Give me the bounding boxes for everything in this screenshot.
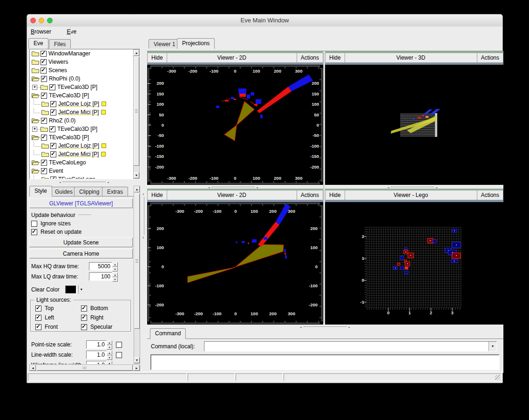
tree-checkbox[interactable] (50, 109, 56, 115)
actions-button[interactable]: Actions (477, 190, 503, 200)
light-front-checkbox[interactable] (35, 324, 41, 330)
point-size-spinner[interactable]: 1.0 ▲▼ (86, 340, 112, 349)
ignore-sizes-checkbox[interactable] (31, 221, 37, 227)
tree-item[interactable]: Scenes (30, 66, 133, 75)
max-lq-spinner[interactable]: 100 ▲▼ (89, 272, 118, 281)
scrollbar-thumb[interactable] (134, 194, 140, 329)
actions-button[interactable]: Actions (477, 53, 503, 62)
light-specular-checkbox[interactable] (81, 324, 87, 330)
cone-color-swatch[interactable] (102, 102, 106, 106)
scroll-left-icon[interactable]: ◄ (30, 365, 36, 371)
tree-scrollbar[interactable]: ▲ ▼ (133, 49, 140, 179)
scroll-up-icon[interactable]: ▲ (134, 186, 140, 192)
tree-item[interactable]: WindowManager (30, 49, 133, 58)
hide-button[interactable]: Hide (326, 190, 345, 200)
point-size-checkbox[interactable] (116, 342, 122, 348)
tree-item[interactable]: +TEveCalo3D [P] (30, 83, 133, 91)
tab-clipping[interactable]: Clipping (74, 187, 104, 196)
wireframe-spinner[interactable]: 1.0 ▲▼ (86, 361, 112, 364)
gl-canvas-2d[interactable]: -300-300-200-200-100-1000010010020020030… (147, 202, 323, 325)
menu-browser[interactable]: Browser (27, 27, 55, 38)
update-scene-button[interactable]: Update Scene (29, 237, 133, 247)
light-bottom-checkbox[interactable] (81, 305, 87, 312)
color-dropdown-icon[interactable]: ▼ (78, 285, 84, 294)
tab-style[interactable]: Style (29, 186, 52, 196)
tree-item[interactable]: Event (30, 167, 133, 175)
gl-canvas-2d[interactable]: -300-300-200-200-100-1000010010020020030… (147, 65, 323, 185)
command-value[interactable] (204, 342, 488, 351)
light-top-checkbox[interactable] (35, 305, 41, 312)
command-splitter-handle[interactable]: ⌄⌄ (299, 325, 351, 329)
tree-item[interactable]: JetCone Lojz [P] (30, 100, 133, 108)
tree-checkbox[interactable] (41, 168, 47, 174)
line-width-checkbox[interactable] (116, 352, 122, 358)
light-left-checkbox[interactable] (35, 315, 41, 321)
tree-checkbox[interactable] (41, 59, 47, 65)
tree-item[interactable]: RhoPhi (0.0) (30, 75, 133, 83)
tree-checkbox[interactable] (41, 118, 47, 124)
scroll-right-icon[interactable]: ► (134, 365, 140, 371)
tree-item[interactable]: JetCone Mici [P] (30, 150, 133, 158)
expander-icon[interactable]: + (32, 127, 37, 132)
actions-button[interactable]: Actions (297, 53, 323, 62)
camera-home-button[interactable]: Camera Home (29, 249, 133, 258)
tab-projections[interactable]: Projections (177, 38, 215, 49)
tab-extras[interactable]: Extras (102, 187, 128, 196)
tree-item[interactable]: Viewers (30, 58, 133, 66)
tree-checkbox[interactable] (50, 176, 56, 179)
hide-button[interactable]: Hide (148, 190, 167, 200)
tree-splitter-handle[interactable]: ⌄⌄ (59, 180, 110, 184)
tree-checkbox[interactable] (49, 126, 55, 132)
style-scrollbar[interactable]: ▲ ▼ (134, 186, 140, 364)
tree-checkbox[interactable] (41, 93, 47, 99)
row-splitter[interactable]: ⌄⌄ ⌄⌄ (147, 185, 503, 189)
tree-checkbox[interactable] (50, 143, 56, 149)
light-right-checkbox[interactable] (81, 315, 87, 321)
scrollbar-thumb[interactable] (37, 365, 133, 371)
command-input[interactable]: ▼ (204, 341, 497, 352)
actions-button[interactable]: Actions (297, 190, 323, 200)
gl-canvas-lego[interactable]: 0123210-1 (325, 202, 503, 325)
cone-color-swatch[interactable] (101, 110, 106, 115)
reset-on-update-checkbox[interactable] (31, 229, 37, 235)
tree-item[interactable]: TEveCaloLego (30, 175, 133, 179)
scroll-up-icon[interactable]: ▲ (134, 50, 139, 56)
style-hscrollbar[interactable]: ◄ ► (29, 365, 140, 371)
tab-files[interactable]: Files (49, 39, 71, 48)
tree-checkbox[interactable] (41, 135, 47, 141)
tree-checkbox[interactable] (50, 101, 56, 107)
left-right-splitter[interactable]: › › (142, 38, 147, 372)
scroll-down-icon[interactable]: ▼ (134, 357, 140, 363)
hide-button[interactable]: Hide (148, 53, 167, 62)
tree-item[interactable]: TEveCaloLego (30, 158, 133, 167)
tree-item[interactable]: RhoZ (0.0) (30, 116, 133, 125)
expander-icon[interactable]: + (32, 85, 37, 90)
scrollbar-thumb[interactable] (134, 57, 139, 166)
cone-color-swatch[interactable] (102, 143, 106, 148)
tree-item[interactable]: JetCone Lojz [P] (30, 142, 133, 150)
tree-item[interactable]: TEveCalo3D [P] (30, 133, 133, 142)
menu-eve[interactable]: Eve (63, 27, 80, 38)
tree-item[interactable]: JetCone Mici [P] (30, 108, 133, 116)
cone-color-swatch[interactable] (101, 152, 106, 156)
tree-checkbox[interactable] (49, 84, 55, 90)
tree-checkbox[interactable] (41, 68, 47, 74)
hide-button[interactable]: Hide (326, 53, 345, 62)
tree-checkbox[interactable] (41, 160, 47, 166)
clear-color-swatch[interactable] (65, 285, 76, 294)
gl-canvas-3d[interactable] (325, 65, 503, 185)
scroll-down-icon[interactable]: ▼ (134, 172, 139, 178)
combo-dropdown-icon[interactable]: ▼ (488, 342, 496, 351)
tree-item[interactable]: +TEveCalo3D [P] (30, 125, 133, 133)
glviewer-button[interactable]: GLViewer [TGLSAViewer] (29, 198, 133, 208)
tree-checkbox[interactable] (41, 51, 47, 57)
resize-grip[interactable] (495, 375, 501, 380)
titlebar[interactable]: Eve Main Window (27, 14, 502, 27)
tab-viewer-1[interactable]: Viewer 1 (149, 39, 180, 48)
tab-eve[interactable]: Eve (28, 38, 48, 49)
tree-checkbox[interactable] (41, 76, 47, 82)
tree-item[interactable]: TEveCalo3D [P] (30, 91, 133, 100)
tab-command[interactable]: Command (150, 328, 186, 339)
max-hq-spinner[interactable]: 5000 ▲▼ (89, 262, 118, 271)
command-output[interactable] (150, 354, 500, 370)
